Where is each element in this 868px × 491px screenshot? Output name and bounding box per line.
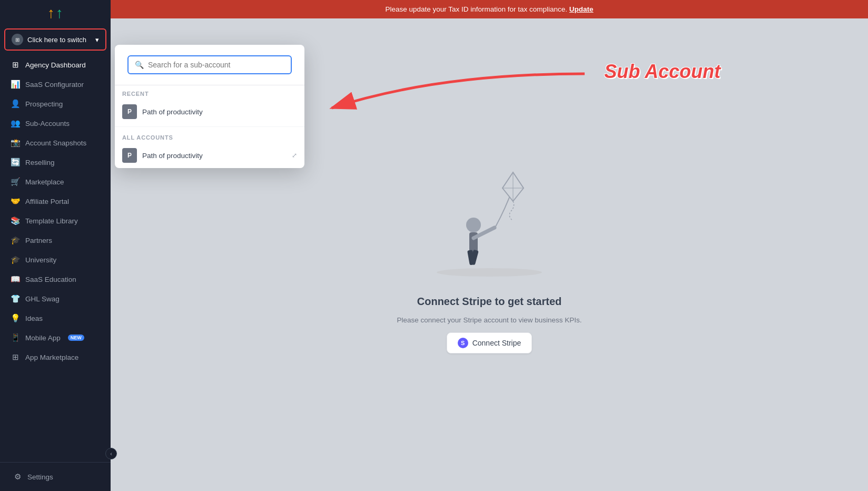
sidebar-item-label: Prospecting	[25, 100, 63, 108]
sidebar-item-label: Reselling	[25, 159, 55, 166]
sidebar-item-sub-accounts[interactable]: 👥 Sub-Accounts	[2, 114, 108, 133]
sidebar-item-prospecting[interactable]: 👤 Prospecting	[2, 94, 108, 113]
all-accounts-section-label: ALL ACCOUNTS	[115, 129, 304, 143]
gear-icon: ⚙	[13, 472, 22, 482]
divider	[115, 126, 304, 127]
sidebar-item-marketplace[interactable]: 🛒 Marketplace	[2, 172, 108, 191]
account-name: Path of productivity	[142, 108, 297, 116]
connect-stripe-label: Connect Stripe	[472, 339, 521, 347]
camera-icon: 📸	[11, 138, 20, 148]
logo-arrows: ↑ ↑	[47, 6, 63, 21]
sidebar-item-label: App Marketplace	[25, 353, 78, 361]
mobile-icon: 📱	[11, 333, 20, 342]
sidebar-bottom: ⚙ Settings	[0, 462, 111, 491]
library-icon: 📚	[11, 216, 20, 225]
university-icon: 🎓	[11, 255, 20, 264]
search-box[interactable]: 🔍	[127, 55, 292, 74]
collapse-sidebar-button[interactable]: ‹	[105, 448, 117, 459]
main-body: Sub Account 🔍 RECENT	[111, 18, 868, 491]
sidebar-item-label: University	[25, 256, 56, 264]
swag-icon: 👕	[11, 294, 20, 303]
sidebar-item-template-library[interactable]: 📚 Template Library	[2, 211, 108, 230]
search-input[interactable]	[148, 61, 284, 69]
grid-icon: ⊞	[11, 60, 20, 70]
sidebar-item-mobile-app[interactable]: 📱 Mobile App New	[2, 328, 108, 347]
sidebar-item-label: Template Library	[25, 217, 78, 225]
center-empty-state: Connect Stripe to get started Please con…	[397, 156, 581, 353]
sub-account-annotation: Sub Account	[604, 61, 721, 83]
switch-account-button[interactable]: ⊞ Click here to switch ▾	[4, 28, 106, 51]
sidebar-item-label: GHL Swag	[25, 295, 60, 303]
sub-account-dropdown[interactable]: 🔍 RECENT P Path of productivity ALL ACCO…	[115, 45, 304, 168]
sidebar-item-affiliate-portal[interactable]: 🤝 Affiliate Portal	[2, 192, 108, 211]
sidebar-item-reselling[interactable]: 🔄 Reselling	[2, 153, 108, 172]
connect-stripe-subtitle: Please connect your Stripe account to vi…	[397, 316, 581, 324]
sidebar-item-partners[interactable]: 🎓 Partners	[2, 231, 108, 250]
sidebar-item-saas-education[interactable]: 📖 SaaS Education	[2, 270, 108, 289]
recent-section-label: RECENT	[115, 85, 304, 99]
cart-icon: 🛒	[11, 177, 20, 186]
sidebar-item-app-marketplace[interactable]: ⊞ App Marketplace	[2, 348, 108, 367]
stripe-icon: S	[458, 338, 468, 348]
sidebar-item-label: Partners	[25, 237, 52, 244]
sidebar: ↑ ↑ ⊞ Click here to switch ▾ ⊞ Agency Da…	[0, 0, 111, 491]
chevron-down-icon: ▾	[95, 36, 99, 44]
sidebar-item-label: Marketplace	[25, 178, 64, 186]
all-account-item[interactable]: P Path of productivity ⤢	[115, 143, 304, 168]
svg-point-1	[437, 268, 542, 277]
new-badge: New	[68, 335, 84, 341]
main-content-area: Please update your Tax ID information fo…	[111, 0, 868, 491]
resell-icon: 🔄	[11, 158, 20, 167]
account-name: Path of productivity	[142, 152, 287, 160]
account-avatar: P	[122, 148, 137, 163]
sidebar-item-label: Ideas	[25, 315, 43, 322]
chart-icon: 📊	[11, 80, 20, 89]
book-icon: 📖	[11, 274, 20, 284]
user-icon: 👤	[11, 99, 20, 109]
account-avatar: P	[122, 104, 137, 119]
connect-stripe-title: Connect Stripe to get started	[417, 296, 561, 308]
kite-illustration	[421, 156, 558, 283]
sidebar-item-ideas[interactable]: 💡 Ideas	[2, 309, 108, 328]
switch-icon: ⊞	[12, 34, 23, 45]
arrow-yellow-icon: ↑	[47, 6, 55, 21]
sidebar-item-saas-configurator[interactable]: 📊 SaaS Configurator	[2, 75, 108, 94]
sidebar-item-label: Sub-Accounts	[25, 120, 70, 127]
partners-icon: 🎓	[11, 235, 20, 245]
arrow-green-icon: ↑	[56, 6, 63, 21]
sidebar-item-university[interactable]: 🎓 University	[2, 250, 108, 269]
sidebar-item-label: Account Snapshots	[25, 139, 86, 147]
app-icon: ⊞	[11, 352, 20, 362]
sidebar-item-agency-dashboard[interactable]: ⊞ Agency Dashboard	[2, 55, 108, 74]
sidebar-item-label: Mobile App	[25, 334, 61, 342]
idea-icon: 💡	[11, 313, 20, 323]
switch-button-label: Click here to switch	[27, 36, 86, 44]
users-icon: 👥	[11, 119, 20, 128]
external-link-icon: ⤢	[292, 152, 297, 159]
banner-text: Please update your Tax ID information fo…	[385, 5, 567, 13]
sidebar-item-label: Affiliate Portal	[25, 198, 69, 205]
banner-update-link[interactable]: Update	[569, 5, 594, 13]
sidebar-item-label: SaaS Configurator	[25, 81, 84, 89]
svg-point-2	[466, 218, 481, 232]
sidebar-item-ghl-swag[interactable]: 👕 GHL Swag	[2, 289, 108, 308]
sidebar-item-label: SaaS Education	[25, 276, 76, 283]
nav-items-list: ⊞ Agency Dashboard 📊 SaaS Configurator 👤…	[0, 53, 111, 462]
tax-id-banner: Please update your Tax ID information fo…	[111, 0, 868, 18]
recent-account-item[interactable]: P Path of productivity	[115, 99, 304, 124]
handshake-icon: 🤝	[11, 197, 20, 206]
logo: ↑ ↑	[0, 0, 111, 26]
connect-stripe-button[interactable]: S Connect Stripe	[447, 332, 532, 353]
sidebar-item-settings[interactable]: ⚙ Settings	[4, 467, 106, 486]
sidebar-item-account-snapshots[interactable]: 📸 Account Snapshots	[2, 133, 108, 152]
search-icon: 🔍	[135, 61, 144, 69]
sidebar-item-label: Agency Dashboard	[25, 61, 86, 69]
settings-label: Settings	[27, 473, 53, 481]
